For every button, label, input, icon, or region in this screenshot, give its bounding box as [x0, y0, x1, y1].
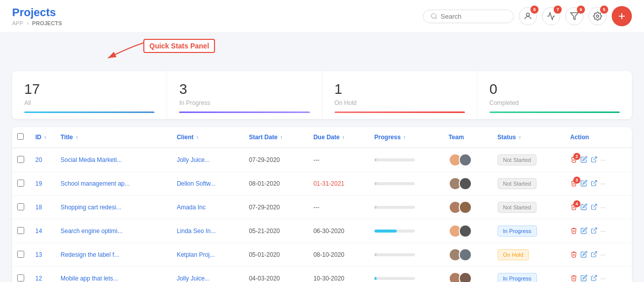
user-icon-btn[interactable]: 8	[519, 7, 537, 25]
edit-icon-btn[interactable]	[580, 251, 587, 259]
client-sort-icon: ↑	[196, 135, 199, 140]
row-checkbox-2[interactable]	[17, 203, 24, 210]
edit-icon-btn[interactable]	[580, 156, 587, 164]
cell-action: 2 ···	[565, 148, 632, 172]
stat-bar-inprogress	[179, 111, 309, 113]
settings-icon	[593, 12, 602, 21]
row-checkbox-4[interactable]	[17, 251, 24, 258]
cell-due-date: 08-10-2020	[308, 243, 369, 267]
more-icon-btn[interactable]: ···	[601, 180, 606, 187]
avatar	[459, 224, 472, 238]
edit-icon-btn[interactable]	[580, 180, 587, 188]
open-icon-btn[interactable]	[591, 274, 598, 283]
cell-client[interactable]: Ketplan Proj...	[172, 243, 244, 267]
cell-status: Not Started	[493, 196, 565, 219]
delete-icon-btn[interactable]	[570, 227, 577, 236]
row-checkbox-5[interactable]	[17, 274, 24, 281]
progress-sort-icon: ↑	[403, 135, 406, 140]
search-box[interactable]	[423, 10, 514, 23]
delete-icon-btn[interactable]	[570, 251, 577, 259]
delete-icon-btn[interactable]	[570, 274, 577, 283]
delete-icon-btn[interactable]: 4	[570, 203, 577, 212]
cell-due-date: 01-31-2021	[308, 172, 369, 196]
stat-card-inprogress[interactable]: 3 In Progress	[167, 71, 322, 119]
cell-start-date: 05-21-2020	[244, 219, 308, 243]
add-button[interactable]: +	[612, 6, 632, 26]
col-due-date[interactable]: Due Date ↑	[308, 127, 369, 148]
col-title[interactable]: Title ↑	[56, 127, 172, 148]
cell-due-date: 10-30-2020	[308, 267, 369, 283]
col-start-date[interactable]: Start Date ↑	[244, 127, 308, 148]
edit-icon-btn[interactable]	[580, 274, 587, 283]
quick-stats-annotation: Quick Stats Panel	[143, 39, 215, 53]
cell-team	[444, 243, 493, 267]
stat-card-completed[interactable]: 0 Completed	[477, 71, 632, 119]
more-icon-btn[interactable]: ···	[601, 275, 606, 282]
app-container: Projects APP › PROJECTS 8 7 6	[0, 0, 644, 282]
open-icon-btn[interactable]	[591, 251, 598, 259]
progress-bar-fill	[374, 230, 397, 233]
cell-client[interactable]: Linda Seo In...	[172, 219, 244, 243]
more-icon-btn[interactable]: ···	[601, 156, 606, 163]
cell-client[interactable]: Dellon Softw...	[172, 172, 244, 196]
settings-icon-btn[interactable]: 5	[588, 7, 607, 25]
col-progress[interactable]: Progress ↑	[369, 127, 444, 148]
cell-client[interactable]: Jolly Juice...	[172, 267, 244, 283]
cell-title[interactable]: Mobile app that lets...	[56, 267, 172, 283]
row-checkbox-1[interactable]	[17, 180, 24, 187]
more-icon-btn[interactable]: ···	[601, 228, 606, 235]
open-icon-btn[interactable]	[591, 203, 598, 212]
delete-icon-btn[interactable]: 3	[570, 180, 577, 188]
select-all-checkbox[interactable]	[17, 133, 24, 140]
stat-card-all[interactable]: 17 All	[12, 71, 167, 119]
status-badge: On Hold	[498, 249, 529, 260]
stat-card-onhold[interactable]: 1 On Hold	[323, 71, 477, 119]
cell-action: 4 ···	[565, 196, 632, 219]
edit-icon-btn[interactable]	[580, 203, 587, 212]
status-badge: Not Started	[498, 178, 537, 189]
progress-bar-fill	[374, 277, 377, 280]
open-icon-btn[interactable]	[591, 227, 598, 236]
breadcrumb-app[interactable]: APP	[12, 20, 23, 26]
cell-id[interactable]: 13	[30, 243, 56, 267]
cell-title[interactable]: Social Media Marketi...	[56, 148, 172, 172]
table-body: 20Social Media Marketi...Jolly Juice...0…	[12, 148, 632, 282]
cell-start-date: 08-01-2020	[244, 172, 308, 196]
col-team: Team	[444, 127, 493, 148]
search-input[interactable]	[441, 13, 506, 20]
cell-title[interactable]: Search engine optimi...	[56, 219, 172, 243]
cell-title[interactable]: Shopping cart redesi...	[56, 196, 172, 219]
row-checkbox-0[interactable]	[17, 156, 24, 163]
cell-id[interactable]: 19	[30, 172, 56, 196]
cell-id[interactable]: 20	[30, 148, 56, 172]
row-checkbox-3[interactable]	[17, 227, 24, 234]
cell-id[interactable]: 14	[30, 219, 56, 243]
open-icon-btn[interactable]	[591, 156, 598, 164]
progress-bar-bg	[374, 206, 415, 209]
delete-icon-btn[interactable]: 2	[570, 156, 577, 164]
cell-id[interactable]: 18	[30, 196, 56, 219]
avatar	[459, 153, 472, 166]
progress-bar-bg	[374, 277, 415, 280]
cell-progress	[369, 267, 444, 283]
chart-icon-btn[interactable]: 7	[542, 7, 560, 25]
cell-client[interactable]: Amada Inc	[172, 196, 244, 219]
col-id[interactable]: ID ↑	[30, 127, 56, 148]
cell-title[interactable]: Redesign the label f...	[56, 243, 172, 267]
progress-bar-bg	[374, 182, 415, 185]
col-client[interactable]: Client ↑	[172, 127, 244, 148]
stat-number-onhold: 1	[335, 81, 465, 97]
cell-title[interactable]: School management ap...	[56, 172, 172, 196]
cell-id[interactable]: 12	[30, 267, 56, 283]
open-icon-btn[interactable]	[591, 180, 598, 188]
cell-client[interactable]: Jolly Juice...	[172, 148, 244, 172]
more-icon-btn[interactable]: ···	[601, 251, 606, 258]
stat-label-onhold: On Hold	[335, 99, 465, 106]
col-status[interactable]: Status ↑	[493, 127, 565, 148]
page-title: Projects	[12, 6, 62, 19]
cell-status: Not Started	[493, 148, 565, 172]
more-icon-btn[interactable]: ···	[601, 204, 606, 211]
filter-icon-btn[interactable]: 6	[565, 7, 583, 25]
edit-icon-btn[interactable]	[580, 227, 587, 236]
cell-status: On Hold	[493, 243, 565, 267]
